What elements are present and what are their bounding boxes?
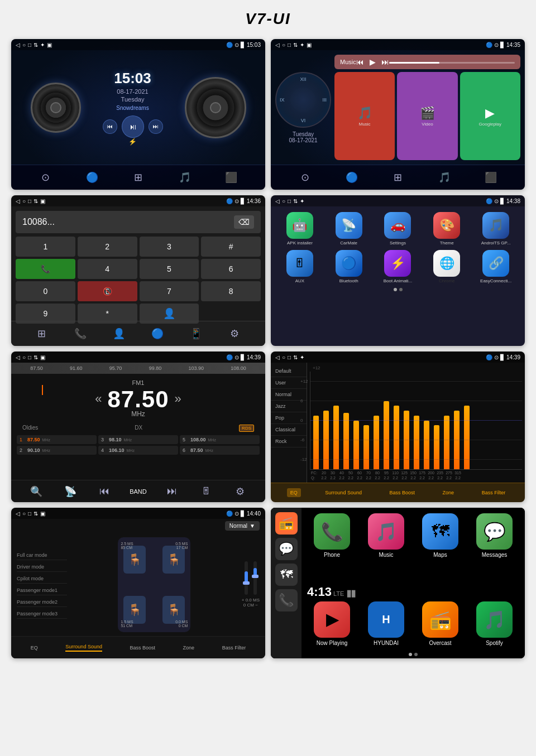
app-theme[interactable]: 🎨 Theme — [424, 212, 469, 245]
mode-passenger2[interactable]: Passenger mode2 — [17, 598, 67, 607]
nav-bluetooth-icon[interactable]: 🔵 — [82, 167, 102, 187]
eq-bar-2[interactable] — [322, 372, 331, 469]
preset-4[interactable]: 4 106.10 MHz — [98, 446, 178, 455]
carplay-phone[interactable]: 📞 Phone — [307, 513, 357, 579]
eq-bar-15[interactable] — [452, 372, 461, 469]
preset-6[interactable]: 6 87.50 MHz — [180, 446, 260, 455]
dial-hash[interactable]: # — [201, 237, 261, 257]
dial-6[interactable]: 6 — [201, 259, 261, 279]
music-app-icon[interactable]: 🎵 Music — [334, 72, 395, 160]
call-button[interactable]: 📞 — [16, 259, 75, 279]
app-bluetooth[interactable]: 🔵 Bluetooth — [327, 250, 371, 283]
slider-handle-2[interactable] — [252, 575, 259, 578]
contact-button[interactable]: 👤 — [140, 304, 199, 324]
zone-tab-eq[interactable]: EQ — [31, 645, 38, 651]
preset-5[interactable]: 5 108.00 MHz — [180, 435, 260, 444]
preset-3[interactable]: 3 98.10 MHz — [98, 435, 178, 444]
carplay-sidebar-radio[interactable]: 📻 — [275, 512, 298, 535]
eq-bar-11[interactable] — [412, 372, 421, 469]
nav-apps-icon-3[interactable]: ⊞ — [32, 324, 52, 344]
search-icon-5[interactable]: 🔍 — [26, 481, 46, 502]
eq-tab-zone[interactable]: Zone — [439, 488, 458, 497]
eq-tab-eq[interactable]: EQ — [287, 488, 301, 497]
nav-contacts-icon-3[interactable]: 👤 — [109, 324, 129, 344]
backspace-button[interactable]: ⌫ — [234, 215, 254, 229]
dial-3[interactable]: 3 — [140, 237, 199, 257]
preset-2[interactable]: 2 90.10 MHz — [17, 446, 97, 455]
nav-music-icon[interactable]: 🎵 — [175, 167, 195, 187]
nav-bluetooth-icon-2[interactable]: 🔵 — [342, 167, 362, 187]
zone-tab-surround[interactable]: Surround Sound — [65, 644, 102, 652]
next-icon-5[interactable]: ⏭ — [162, 481, 182, 502]
app-apk-installer[interactable]: 🤖 APK installer — [277, 212, 322, 245]
carplay-sidebar-phone[interactable]: 📞 — [275, 589, 298, 611]
dial-4[interactable]: 4 — [78, 259, 137, 279]
eq-bar-5[interactable] — [352, 372, 361, 469]
nav-settings-icon[interactable]: ⬛ — [221, 167, 241, 187]
settings-icon-5[interactable]: ⚙ — [230, 481, 250, 502]
mode-passenger1[interactable]: Passenger mode1 — [17, 586, 67, 595]
eq-tab-bass-filter[interactable]: Bass Filter — [478, 488, 509, 497]
dial-2[interactable]: 2 — [78, 237, 137, 257]
nav-bt2-icon-3[interactable]: 📱 — [186, 324, 206, 344]
scan-icon-5[interactable]: 📡 — [60, 481, 80, 502]
eq-bar-3[interactable] — [332, 372, 341, 469]
next-button[interactable]: ⏭ — [149, 119, 163, 134]
eq-tab-surround[interactable]: Surround Sound — [322, 488, 365, 497]
eq-bar-13[interactable] — [432, 372, 441, 469]
dial-5[interactable]: 5 — [140, 259, 199, 279]
carplay-overcast[interactable]: 📻 Overcast — [415, 601, 465, 646]
dial-8[interactable]: 8 — [201, 281, 261, 301]
prev-button[interactable]: ⏮ — [103, 119, 117, 134]
eq-tab-bass-boost[interactable]: Bass Boost — [386, 488, 418, 497]
carplay-messages[interactable]: 💬 Messages — [470, 513, 519, 579]
v-slider-1[interactable] — [245, 561, 248, 595]
carplay-music[interactable]: 🎵 Music — [361, 513, 411, 579]
eq-bar-16[interactable] — [462, 372, 471, 469]
mode-full-car[interactable]: Full car mode — [17, 551, 67, 560]
dial-1[interactable]: 1 — [16, 237, 75, 257]
app-settings[interactable]: 🚗 Settings — [376, 212, 420, 245]
carplay-now-playing[interactable]: ▶ Now Playing — [307, 601, 357, 646]
nav-call-icon-3[interactable]: 📞 — [70, 324, 90, 344]
prev-freq-button[interactable]: « — [89, 392, 107, 406]
google-app-icon[interactable]: ▶ Googleplay — [460, 72, 520, 160]
carplay-sidebar-maps[interactable]: 🗺 — [275, 564, 298, 586]
next-freq-button[interactable]: » — [169, 392, 187, 406]
eq-bar-1[interactable] — [312, 372, 320, 469]
app-aux[interactable]: 🎚 AUX — [277, 250, 322, 283]
nav-grid-icon[interactable]: ⊞ — [128, 167, 149, 187]
zone-tab-bass-boost[interactable]: Bass Boost — [130, 645, 155, 651]
nav-music-icon-2[interactable]: 🎵 — [434, 167, 454, 187]
app-chrome[interactable]: 🌐 Chrome — [424, 250, 469, 283]
eq-bar-10[interactable] — [402, 372, 411, 469]
app-androit[interactable]: 🎵 AndroiTS GP... — [473, 212, 518, 245]
carplay-hyundai[interactable]: H HYUNDAI — [361, 601, 411, 646]
app-carmate[interactable]: 📡 CarMate — [327, 212, 371, 245]
nav-grid-icon-2[interactable]: ⊞ — [388, 167, 408, 187]
eq-bar-4[interactable] — [342, 372, 351, 469]
app-bootanim[interactable]: ⚡ Boot Animati... — [376, 250, 420, 283]
carplay-maps[interactable]: 🗺 Maps — [415, 513, 465, 579]
nav-bluetooth-icon-3[interactable]: 🔵 — [147, 324, 168, 344]
mode-driver[interactable]: Driver mode — [17, 562, 67, 572]
eq-bar-9[interactable] — [392, 372, 401, 469]
dial-9[interactable]: 9 — [16, 304, 75, 324]
nav-location-icon[interactable]: ⊙ — [36, 167, 56, 187]
mode-passenger3[interactable]: Passenger mode3 — [17, 609, 67, 619]
prev-icon-5[interactable]: ⏮ — [94, 481, 114, 502]
zone-tab-zone[interactable]: Zone — [183, 645, 195, 651]
zone-tab-bass-filter[interactable]: Bass Filter — [222, 645, 246, 651]
plus-icon[interactable]: + — [242, 598, 245, 603]
mode-cpilot[interactable]: Cpilot mode — [17, 574, 67, 584]
slider-handle-1[interactable] — [243, 581, 250, 585]
eq-bar-7[interactable] — [372, 372, 381, 469]
prev-icon[interactable]: ⏮ — [356, 57, 364, 66]
music-ctrl-btns[interactable]: ⏮ ▶ ⏭ — [356, 57, 389, 66]
eq-bar-6[interactable] — [362, 372, 371, 469]
normal-selector[interactable]: Normal ▼ — [225, 521, 260, 531]
hangup-button[interactable]: 📵 — [78, 281, 137, 301]
dial-star[interactable]: * — [78, 304, 137, 324]
next-icon[interactable]: ⏭ — [381, 57, 389, 66]
dial-0[interactable]: 0 — [16, 281, 75, 301]
